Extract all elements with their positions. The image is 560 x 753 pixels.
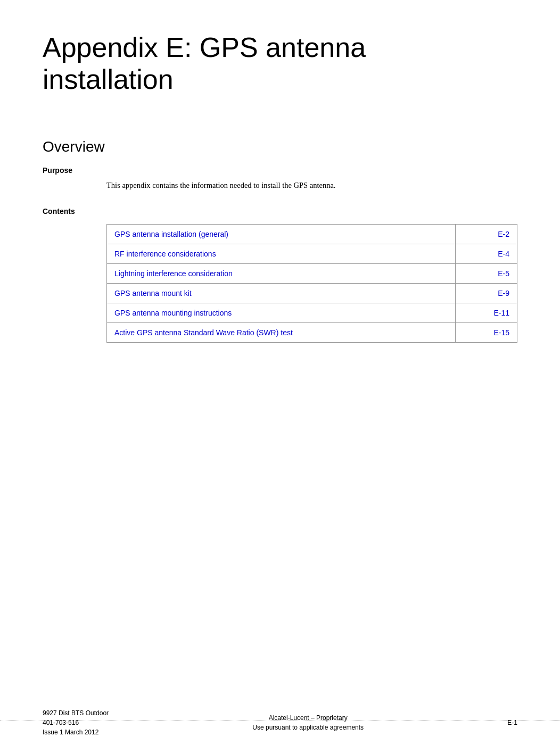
footer-center: Alcatel-Lucent – Proprietary Use pursuan… bbox=[252, 713, 364, 732]
toc-link[interactable]: Lightning interference consideration bbox=[114, 269, 233, 278]
toc-link-cell[interactable]: RF interference considerations bbox=[107, 244, 456, 264]
toc-link[interactable]: Active GPS antenna Standard Wave Ratio (… bbox=[114, 328, 293, 337]
toc-row: Active GPS antenna Standard Wave Ratio (… bbox=[107, 323, 517, 343]
toc-link-cell[interactable]: GPS antenna installation (general) bbox=[107, 225, 456, 244]
toc-link-cell[interactable]: GPS antenna mount kit bbox=[107, 284, 456, 303]
toc-link[interactable]: GPS antenna mounting instructions bbox=[114, 309, 232, 317]
toc-link-cell[interactable]: GPS antenna mounting instructions bbox=[107, 303, 456, 323]
toc-page: E-9 bbox=[456, 284, 517, 303]
contents-section: Contents GPS antenna installation (gener… bbox=[43, 207, 517, 343]
toc-row: GPS antenna mount kitE-9 bbox=[107, 284, 517, 303]
purpose-text: This appendix contains the information n… bbox=[106, 180, 517, 192]
toc-link[interactable]: RF interference considerations bbox=[114, 250, 216, 258]
purpose-label: Purpose bbox=[43, 166, 517, 175]
toc-table: GPS antenna installation (general)E-2RF … bbox=[106, 224, 517, 343]
toc-link[interactable]: GPS antenna mount kit bbox=[114, 289, 192, 297]
toc-row: RF interference considerationsE-4 bbox=[107, 244, 517, 264]
toc-link[interactable]: GPS antenna installation (general) bbox=[114, 230, 228, 238]
toc-link-cell[interactable]: Active GPS antenna Standard Wave Ratio (… bbox=[107, 323, 456, 343]
toc-page: E-11 bbox=[456, 303, 517, 323]
footer-issue: Issue 1 March 2012 bbox=[43, 727, 109, 737]
purpose-section: Purpose This appendix contains the infor… bbox=[43, 166, 517, 192]
footer-page-number: E-1 bbox=[507, 719, 517, 726]
toc-page: E-4 bbox=[456, 244, 517, 264]
contents-label: Contents bbox=[43, 207, 517, 216]
toc-row: GPS antenna installation (general)E-2 bbox=[107, 225, 517, 244]
toc-page: E-5 bbox=[456, 264, 517, 284]
footer-use: Use pursuant to applicable agreements bbox=[252, 723, 364, 732]
overview-section: Overview bbox=[43, 138, 517, 155]
page-container: Appendix E: GPS antenna installation Ove… bbox=[0, 0, 560, 753]
toc-row: Lightning interference considerationE-5 bbox=[107, 264, 517, 284]
footer-proprietary: Alcatel-Lucent – Proprietary bbox=[252, 713, 364, 723]
toc-page: E-15 bbox=[456, 323, 517, 343]
toc-link-cell[interactable]: Lightning interference consideration bbox=[107, 264, 456, 284]
footer: 9927 Dist BTS Outdoor 401-703-516 Issue … bbox=[0, 708, 560, 737]
toc-page: E-2 bbox=[456, 225, 517, 244]
toc-row: GPS antenna mounting instructionsE-11 bbox=[107, 303, 517, 323]
footer-left: 9927 Dist BTS Outdoor 401-703-516 Issue … bbox=[43, 708, 109, 737]
footer-doc-name: 9927 Dist BTS Outdoor bbox=[43, 708, 109, 718]
footer-doc-number: 401-703-516 bbox=[43, 718, 109, 727]
page-title: Appendix E: GPS antenna installation bbox=[43, 32, 517, 96]
overview-heading: Overview bbox=[43, 138, 517, 155]
